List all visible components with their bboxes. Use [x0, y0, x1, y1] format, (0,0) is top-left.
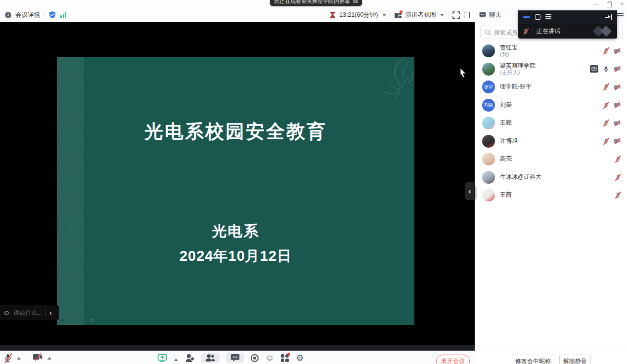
member-name: 刘磊 — [500, 102, 603, 109]
member-row[interactable]: 王颖 — [475, 114, 627, 132]
member-row[interactable]: 刘磊 刘磊 — [475, 96, 627, 115]
mic-muted-icon[interactable] — [615, 192, 621, 199]
member-row[interactable]: 张宇 理学院-张宇 — [475, 78, 627, 96]
hourglass-icon — [330, 11, 335, 18]
camera-off-icon[interactable] — [614, 121, 621, 126]
member-row[interactable]: 高亮 — [475, 150, 627, 168]
close-icon[interactable]: × — [619, 1, 625, 7]
quick-chat-placeholder[interactable]: 说点什么... — [13, 309, 42, 317]
member-name: 王茜 — [500, 192, 615, 199]
mic-muted-icon[interactable] — [603, 83, 609, 90]
mic-on-icon[interactable] — [603, 66, 609, 73]
presenter-controls[interactable]: ◀ ✎ ▭ ➜ — [60, 317, 93, 323]
speaker-indicator-window[interactable]: 正在讲话: — [518, 10, 617, 39]
record-icon[interactable] — [251, 354, 259, 362]
meeting-toolbar: i 会议详情 13:21(60分钟) 演讲者视图 — [0, 8, 475, 22]
avatar — [482, 153, 495, 165]
panel-menu-icon[interactable] — [617, 13, 624, 20]
view-mode-button[interactable]: 演讲者视图 — [405, 11, 437, 19]
mic-muted-icon[interactable] — [615, 156, 621, 162]
member-row[interactable]: 王茜 — [475, 186, 627, 204]
chat-button[interactable] — [226, 353, 244, 363]
window-mode-icon[interactable] — [535, 14, 540, 20]
mic-muted-icon[interactable] — [603, 138, 609, 145]
titlebar: 您正在观看梁英爽理学院的屏幕 × — [0, 0, 627, 8]
reactions-icon[interactable]: ☺ — [266, 354, 274, 363]
minimize-icon[interactable] — [593, 1, 599, 7]
camera-off-icon[interactable] — [614, 138, 621, 144]
prev-slide-icon[interactable]: ◀ — [60, 317, 64, 323]
slide-date: 2024年10月12日 — [57, 246, 414, 266]
camera-options-icon[interactable] — [47, 357, 51, 360]
member-row[interactable]: 牛冰冰@辽科大 — [475, 168, 627, 187]
shield-check-icon[interactable] — [48, 11, 56, 19]
scrollbar-thumb[interactable] — [475, 187, 477, 200]
divider — [390, 12, 391, 18]
mic-muted-icon[interactable] — [603, 47, 609, 54]
member-row[interactable]: 梁英爽理学院(主持人) — [475, 60, 627, 79]
watching-screen-tooltip: 您正在观看梁英爽理学院的屏幕 — [270, 0, 362, 6]
member-row[interactable]: 许博旭 — [475, 132, 627, 151]
avatar — [482, 171, 495, 184]
microphone-muted-icon[interactable] — [4, 353, 12, 363]
avatar — [482, 63, 495, 76]
tab-chat[interactable]: 聊天 — [489, 11, 501, 19]
divider — [448, 12, 448, 18]
slide-subtitle: 光电系 — [57, 221, 414, 242]
camera-off-icon[interactable] — [614, 48, 621, 54]
screen-sharing-badge — [590, 65, 598, 73]
chat-member-panel: 聊天 贾红宝(我) 梁英爽理学院(主持人) — [475, 8, 627, 364]
share-options-icon[interactable] — [174, 359, 178, 361]
camera-off-icon[interactable] — [33, 353, 43, 361]
emoji-icon[interactable]: ☺ — [3, 309, 10, 316]
member-role: (主持人) — [500, 69, 590, 76]
camera-off-icon[interactable] — [614, 102, 621, 108]
speaking-label: 正在讲话: — [537, 27, 562, 36]
invite-member-icon[interactable] — [185, 354, 194, 363]
popout-window-icon[interactable] — [464, 12, 470, 18]
apps-icon[interactable] — [281, 354, 289, 362]
shared-screen-edge — [0, 345, 475, 351]
notification-dot — [400, 10, 403, 13]
minimize-dash-icon[interactable] — [523, 16, 530, 18]
slide-decor-band — [57, 57, 84, 325]
divider — [532, 28, 533, 35]
share-screen-icon[interactable] — [157, 354, 167, 362]
unmute-button[interactable]: 解除静音 — [559, 355, 591, 364]
member-row[interactable]: 贾红宝(我) — [475, 42, 627, 60]
fullscreen-icon[interactable] — [452, 11, 460, 19]
mic-muted-icon[interactable] — [603, 102, 609, 109]
bottom-toolbar: ☺ ⚙ 离开会议 — [0, 351, 475, 364]
restore-icon[interactable] — [606, 1, 612, 7]
next-slide-icon[interactable]: ➜ — [89, 317, 93, 323]
speaker-avatars-faded — [592, 26, 614, 37]
settings-icon[interactable]: ⚙ — [296, 354, 304, 363]
avatar-initials: 刘磊 — [484, 102, 493, 108]
rename-button[interactable]: 修改会中昵称 — [512, 355, 554, 364]
quick-chat-bar[interactable]: ☺ 说点什么... ‹ — [0, 305, 59, 320]
meeting-details-button[interactable]: 会议详情 — [15, 11, 40, 19]
mic-muted-icon[interactable] — [615, 174, 621, 181]
network-signal-icon[interactable] — [60, 12, 66, 18]
pen-tool-icon[interactable]: ✎ — [69, 317, 73, 323]
mic-options-icon[interactable] — [17, 357, 21, 360]
frame-tool-icon[interactable]: ▭ — [79, 317, 84, 323]
members-button[interactable] — [201, 353, 220, 363]
timer-dropdown-icon[interactable] — [382, 14, 386, 16]
list-view-icon[interactable] — [545, 14, 551, 20]
mic-muted-icon[interactable] — [603, 120, 609, 126]
camera-off-icon[interactable] — [614, 84, 621, 90]
camera-off-icon[interactable] — [614, 66, 621, 72]
panel-collapse-handle[interactable]: ‹ — [465, 182, 474, 200]
window-controls: × — [593, 0, 625, 7]
floating-window-bar — [518, 10, 617, 24]
member-name: 高亮 — [500, 156, 615, 162]
search-icon — [485, 29, 491, 36]
divider — [45, 309, 46, 316]
leave-meeting-button[interactable]: 离开会议 — [436, 355, 470, 364]
view-dropdown-icon[interactable] — [440, 14, 444, 16]
tooltip-menu-icon[interactable] — [353, 0, 358, 4]
avatar: 刘磊 — [482, 99, 495, 112]
dock-to-panel-icon[interactable] — [605, 14, 612, 20]
collapse-chat-icon[interactable]: ‹ — [49, 309, 52, 317]
